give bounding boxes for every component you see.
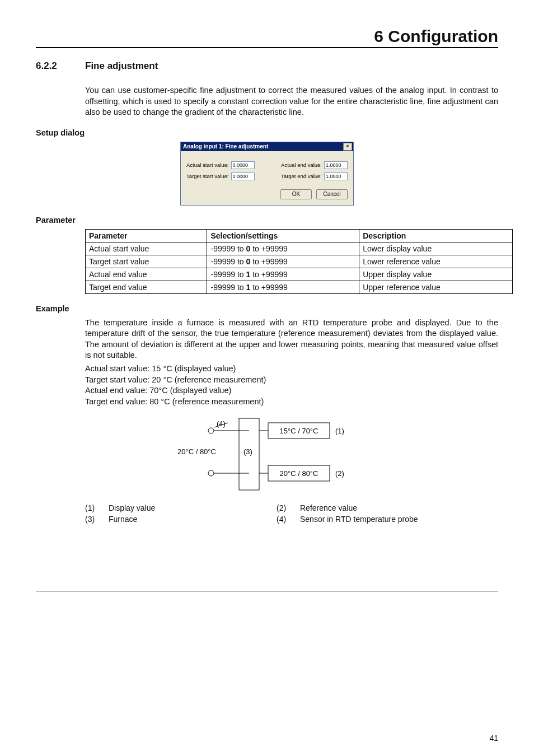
subhead-setup-dialog: Setup dialog xyxy=(36,128,498,137)
th-param: Parameter xyxy=(86,229,207,242)
example-line: Target start value: 20 °C (reference mea… xyxy=(85,375,498,386)
svg-point-4 xyxy=(208,470,214,476)
table-row: Target end value-99999 to 1 to +99999Upp… xyxy=(86,281,513,293)
diagram-n1: (1) xyxy=(335,427,344,435)
section-heading: 6.2.2 Fine adjustment xyxy=(36,60,498,72)
dialog-title: Analog input 1: Fine adjustment xyxy=(183,143,268,150)
th-description: Description xyxy=(359,229,513,242)
example-paragraph: The temperature inside a furnace is meas… xyxy=(85,318,498,361)
example-line: Target end value: 80 °C (reference measu… xyxy=(85,396,498,408)
actual-start-label: Actual start value: xyxy=(186,162,229,168)
target-start-input[interactable] xyxy=(231,172,255,180)
legend-text: Display value xyxy=(109,503,277,512)
legend-num: (1) xyxy=(85,503,109,512)
diagram-box2: 20°C / 80°C xyxy=(280,469,318,478)
example-diagram: 15°C / 70°C 20°C / 80°C 20°C / 80°C (1) … xyxy=(172,415,362,493)
diagram-n3: (3) xyxy=(243,447,252,456)
section-number: 6.2.2 xyxy=(36,60,76,72)
legend-text: Sensor in RTD temperature probe xyxy=(300,515,468,524)
target-end-label: Target end value: xyxy=(281,173,322,179)
parameter-table: Parameter Selection/settings Description… xyxy=(85,229,513,294)
legend-num: (3) xyxy=(85,515,109,524)
dialog-titlebar: Analog input 1: Fine adjustment × xyxy=(181,142,353,151)
legend-num: (4) xyxy=(277,515,300,524)
target-start-label: Target start value: xyxy=(186,173,229,179)
legend-num: (2) xyxy=(277,503,300,512)
intro-paragraph: You can use customer-specific fine adjus… xyxy=(85,85,498,118)
example-line: Actual end value: 70°C (displayed value) xyxy=(85,385,498,396)
legend-text: Furnace xyxy=(109,515,277,524)
actual-end-input[interactable] xyxy=(324,161,348,169)
svg-point-3 xyxy=(208,428,214,433)
legend-text: Reference value xyxy=(300,503,468,512)
cancel-button[interactable]: Cancel xyxy=(316,189,348,199)
close-icon[interactable]: × xyxy=(343,143,352,151)
table-row: Target start value-99999 to 0 to +99999L… xyxy=(86,255,513,268)
diagram-n4: (4) xyxy=(217,419,226,428)
table-row: Actual end value-99999 to 1 to +99999Upp… xyxy=(86,268,513,281)
chapter-title: 6 Configuration xyxy=(36,27,498,48)
diagram-box1: 15°C / 70°C xyxy=(280,427,318,435)
subhead-parameter: Parameter xyxy=(36,216,498,225)
diagram-n2: (2) xyxy=(335,469,344,478)
subhead-example: Example xyxy=(36,304,498,313)
diagram-legend: (1) Display value (2) Reference value (3… xyxy=(85,503,498,524)
example-line: Actual start value: 15 °C (displayed val… xyxy=(85,363,498,375)
actual-start-input[interactable] xyxy=(231,161,255,169)
diagram-left-label: 20°C / 80°C xyxy=(177,447,216,456)
table-row: Actual start value-99999 to 0 to +99999L… xyxy=(86,242,513,255)
ok-button[interactable]: OK xyxy=(280,189,312,199)
setup-dialog: Analog input 1: Fine adjustment × Actual… xyxy=(180,142,354,206)
th-selection: Selection/settings xyxy=(207,229,359,242)
target-end-input[interactable] xyxy=(324,172,348,180)
actual-end-label: Actual end value: xyxy=(281,162,322,168)
section-title: Fine adjustment xyxy=(85,60,158,72)
